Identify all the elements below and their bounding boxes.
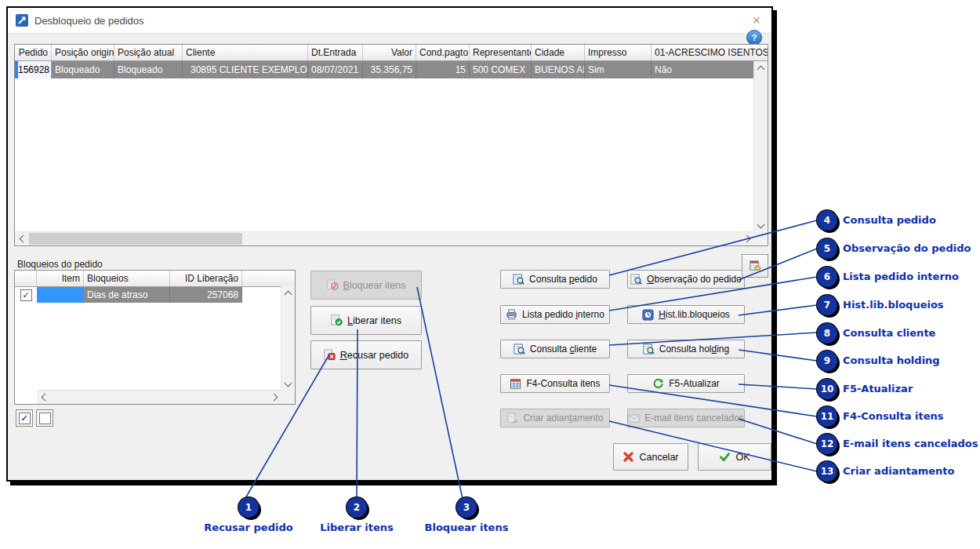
search-icon — [643, 344, 655, 355]
cancelar-button[interactable]: Cancelar — [613, 443, 688, 471]
scroll-right-icon[interactable] — [741, 232, 754, 245]
email-itens-cancelados-button[interactable]: E-mail itens cancelados — [627, 409, 745, 427]
column-header-item[interactable]: Item — [37, 271, 84, 287]
annotation-label-consulta-pedido: Consulta pedido — [843, 214, 936, 226]
cell-item[interactable] — [37, 287, 84, 303]
consulta-pedido-button[interactable]: Consulta pedido — [500, 270, 610, 289]
block-checkbox[interactable]: ✓ — [20, 289, 32, 301]
cell-posicao-atual[interactable]: Bloqueado — [114, 61, 183, 78]
scroll-down-icon[interactable] — [281, 377, 295, 391]
column-header-representante[interactable]: Representante — [470, 45, 532, 61]
annotation-label-hist-lib-bloqueios: Hist.lib.bloqueios — [843, 299, 944, 311]
criar-adiantamento-button[interactable]: Criar adiantamento — [500, 409, 610, 427]
annotation-marker-6: 6 — [817, 267, 837, 287]
scroll-right-icon[interactable] — [268, 391, 281, 404]
scroll-left-icon[interactable] — [37, 391, 50, 404]
block-row-checkbox-cell: ✓ — [15, 287, 37, 303]
consulta-cliente-button[interactable]: Consulta cliente — [500, 340, 610, 358]
cell-dt-entrada[interactable]: 08/07/2021 — [308, 61, 363, 78]
ok-button[interactable]: OK — [698, 443, 771, 471]
annotation-marker-8: 8 — [817, 323, 837, 344]
cell-impresso[interactable]: Sim — [585, 61, 652, 78]
window-title: Desbloqueio de pedidos — [34, 15, 144, 27]
items-grid-icon — [510, 378, 521, 390]
cell-cliente[interactable]: 30895 CLIENTE EXEMPLO 04 — [183, 61, 308, 78]
orders-table-row[interactable]: 156928 Bloqueado Bloqueado 30895 CLIENTE… — [15, 61, 754, 78]
column-header-posicao-atual[interactable]: Posição atual — [114, 45, 183, 61]
grid-hand-icon — [750, 260, 761, 272]
app-icon — [16, 14, 28, 27]
close-icon[interactable]: × — [749, 14, 764, 27]
annotation-label-consulta-holding: Consulta holding — [843, 354, 940, 366]
observacao-pedido-button[interactable]: Observação do pedido — [627, 270, 745, 289]
select-all-checkbox[interactable]: ✓ — [16, 409, 33, 427]
annotation-marker-12: 12 — [817, 434, 837, 454]
orders-vertical-scrollbar[interactable] — [753, 61, 768, 232]
grid-settings-button[interactable] — [742, 254, 768, 278]
empty-checkbox-icon — [39, 413, 51, 424]
annotation-marker-9: 9 — [817, 351, 837, 371]
column-header-pedido[interactable]: Pedido — [15, 45, 52, 61]
cell-pedido[interactable]: 156928 — [15, 61, 52, 78]
cell-acrescimo[interactable]: Não — [652, 61, 754, 78]
column-header-cliente[interactable]: Cliente — [183, 45, 308, 61]
scroll-up-icon[interactable] — [754, 61, 768, 75]
cell-bloqueio[interactable]: Dias de atraso — [84, 287, 170, 303]
column-header-id-liberacao[interactable]: ID Liberação — [170, 271, 242, 287]
annotation-marker-2: 2 — [347, 497, 367, 518]
search-doc-icon — [630, 274, 642, 285]
f5-atualizar-button[interactable]: F5-Atualizar — [627, 374, 745, 393]
blocks-section-title: Bloqueios do pedido — [17, 259, 103, 270]
annotation-marker-11: 11 — [817, 406, 837, 427]
annotation-marker-7: 7 — [817, 295, 837, 315]
history-icon — [642, 309, 654, 321]
annotation-label-criar-adiantamento: Criar adiantamento — [843, 465, 954, 477]
bloquear-itens-button[interactable]: Bloquear itens — [310, 271, 422, 300]
recusar-pedido-button[interactable]: Recusar pedido — [310, 340, 422, 369]
scrollbar-thumb[interactable] — [29, 233, 242, 245]
cell-representante[interactable]: 500 COMEX — [470, 61, 532, 78]
create-advance-icon — [506, 413, 518, 424]
blocks-table-row[interactable]: ✓ Dias de atraso 257068 — [15, 287, 281, 303]
cancel-icon — [622, 451, 634, 463]
search-icon — [513, 274, 524, 285]
lista-pedido-interno-button[interactable]: Lista pedido interno — [500, 305, 610, 324]
printer-icon — [506, 309, 517, 321]
cell-valor[interactable]: 35.356,75 — [363, 61, 416, 78]
cell-id-liberacao[interactable]: 257068 — [170, 287, 242, 303]
deselect-all-checkbox[interactable] — [36, 409, 53, 427]
blocks-horizontal-scrollbar[interactable] — [37, 390, 281, 404]
column-header-cond-pagto[interactable]: Cond.pagto — [416, 45, 470, 61]
blocks-table: Item Bloqueios ID Liberação ✓ Dias de at… — [14, 270, 296, 405]
scroll-left-icon[interactable] — [15, 232, 28, 245]
cell-cidade[interactable]: BUENOS AIRES — [532, 61, 585, 78]
column-header-bloqueios[interactable]: Bloqueios — [84, 271, 170, 287]
scrollbar-corner — [281, 391, 295, 404]
check-icon: ✓ — [19, 413, 31, 424]
orders-horizontal-scrollbar[interactable] — [15, 231, 754, 245]
column-header-acrescimo[interactable]: 01-ACRESCIMO ISENTOS A — [652, 45, 768, 61]
column-header-check[interactable] — [15, 271, 37, 287]
column-header-posicao-original[interactable]: Posição original — [52, 45, 114, 61]
column-header-valor[interactable]: Valor — [363, 45, 416, 61]
annotation-marker-10: 10 — [817, 379, 837, 399]
column-header-cidade[interactable]: Cidade — [532, 45, 585, 61]
scroll-down-icon[interactable] — [754, 219, 768, 232]
cell-posicao-original[interactable]: Bloqueado — [52, 61, 114, 78]
annotation-label-lista-pedido-interno: Lista pedido interno — [843, 271, 959, 282]
consulta-holding-button[interactable]: Consulta holding — [627, 340, 745, 358]
annotation-marker-4: 4 — [817, 210, 837, 231]
cell-cond-pagto[interactable]: 15 — [416, 61, 470, 78]
f4-consulta-itens-button[interactable]: F4-Consulta itens — [500, 374, 610, 393]
column-header-impresso[interactable]: Impresso — [585, 45, 652, 61]
liberar-itens-button[interactable]: Liberar itens — [310, 306, 422, 335]
annotation-label-f5-atualizar: F5-Atualizar — [843, 383, 913, 394]
scroll-up-icon[interactable] — [281, 286, 295, 300]
hist-lib-bloqueios-button[interactable]: Hist.lib.bloqueios — [627, 305, 745, 324]
blocks-vertical-scrollbar[interactable] — [281, 286, 295, 391]
orders-table-header: Pedido Posição original Posição atual Cl… — [15, 45, 768, 61]
column-header-dt-entrada[interactable]: Dt.Entrada — [308, 45, 363, 61]
annotation-label-f4-consulta-itens: F4-Consulta itens — [843, 410, 944, 422]
help-icon[interactable]: ? — [746, 30, 762, 45]
annotation-marker-3: 3 — [456, 497, 477, 518]
